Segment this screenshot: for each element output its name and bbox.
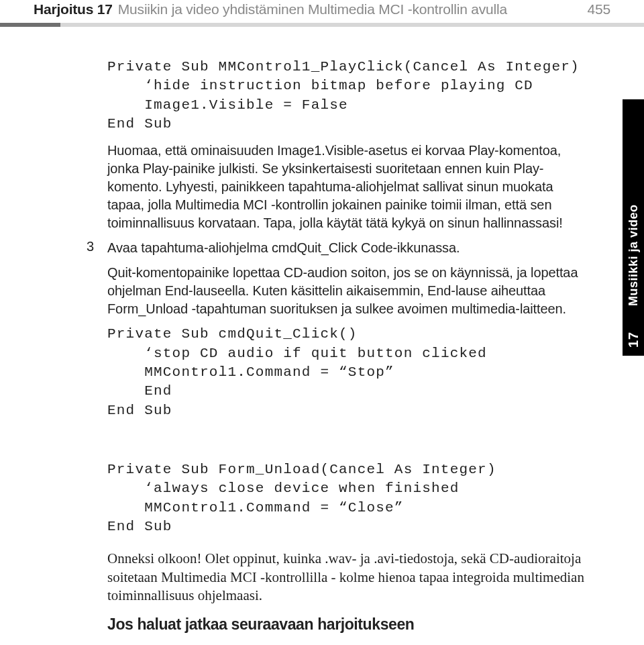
- content-area: 17 Musiikki ja video Private Sub MMContr…: [34, 58, 610, 645]
- subheading: Jos haluat jatkaa seuraavaan harjoitukse…: [107, 615, 587, 634]
- quit-paragraph: Quit-komentopainike lopettaa CD-audion s…: [107, 264, 587, 318]
- step-number: 3: [34, 239, 94, 254]
- code-block-quit: Private Sub cmdQuit_Click() ‘stop CD aud…: [107, 325, 587, 420]
- running-header: Harjoitus 17 Musiikin ja video yhdistämi…: [34, 0, 610, 23]
- chapter-tab: 17 Musiikki ja video: [623, 99, 644, 356]
- header-prefix: Harjoitus 17: [34, 1, 113, 17]
- congrats-paragraph: Onneksi olkoon! Olet oppinut, kuinka .wa…: [107, 550, 587, 605]
- code-block-unload: Private Sub Form_Unload(Cancel As Intege…: [107, 460, 587, 536]
- step-3: 3 Avaa tapahtuma-aliohjelma cmdQuit_Clic…: [107, 239, 587, 257]
- code-block-playclick: Private Sub MMControl1_PlayClick(Cancel …: [107, 58, 587, 134]
- page-number: 455: [588, 1, 610, 17]
- chapter-label: Musiikki ja video: [627, 204, 641, 306]
- header-title: Musiikin ja video yhdistäminen Multimedi…: [118, 1, 580, 17]
- note-paragraph: Huomaa, että ominaisuuden Image1.Visible…: [107, 142, 587, 232]
- header-rule: [0, 23, 644, 27]
- header-rule-accent: [0, 23, 60, 27]
- chapter-number: 17: [626, 332, 641, 348]
- step-text: Avaa tapahtuma-aliohjelma cmdQuit_Click …: [107, 239, 587, 257]
